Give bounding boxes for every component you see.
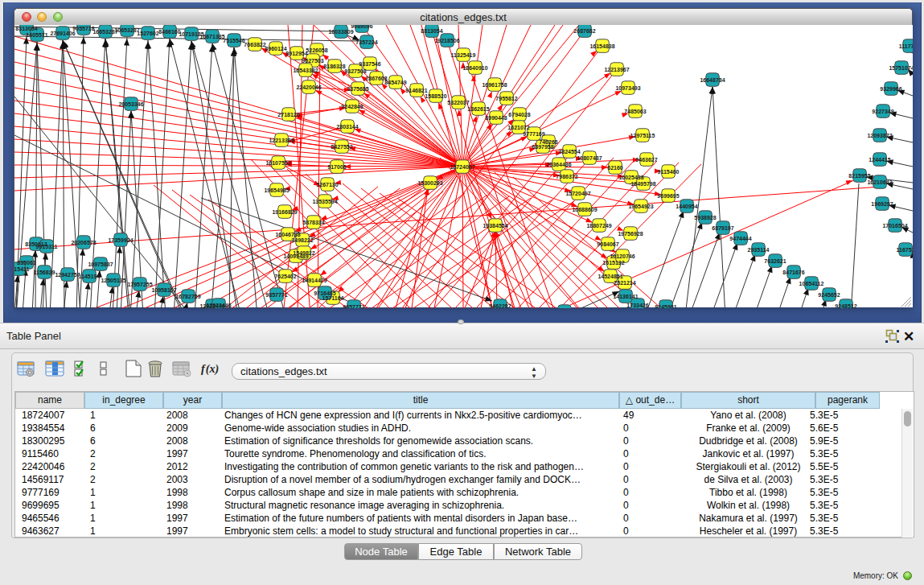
svg-text:18640910: 18640910: [462, 65, 487, 71]
svg-text:9716485: 9716485: [314, 290, 335, 296]
svg-text:2718126: 2718126: [277, 112, 299, 117]
svg-text:9242848: 9242848: [341, 104, 363, 109]
svg-text:1440954: 1440954: [676, 204, 697, 209]
svg-text:6794028: 6794028: [508, 112, 530, 117]
svg-text:8813054: 8813054: [421, 28, 442, 34]
svg-text:1571164: 1571164: [322, 295, 344, 301]
svg-text:19756928: 19756928: [618, 231, 643, 237]
svg-text:7986372: 7986372: [556, 174, 577, 179]
svg-text:9327508: 9327508: [344, 68, 366, 74]
svg-text:1621072: 1621072: [507, 125, 529, 130]
svg-text:7625402: 7625402: [274, 274, 296, 279]
svg-text:62160: 62160: [607, 165, 623, 171]
svg-text:8186328: 8186328: [323, 64, 345, 69]
svg-text:5878334: 5878334: [302, 220, 324, 225]
svg-text:9248512: 9248512: [835, 303, 856, 309]
svg-text:17016504: 17016504: [882, 223, 907, 229]
svg-text:1117744: 1117744: [899, 43, 913, 49]
svg-text:3375685: 3375685: [347, 86, 368, 92]
svg-text:16033809: 16033809: [328, 29, 353, 35]
svg-text:16210643: 16210643: [867, 179, 892, 185]
svg-text:7955812: 7955812: [495, 96, 517, 101]
svg-text:1969297: 1969297: [871, 201, 893, 207]
svg-text:10120746: 10120746: [610, 253, 634, 259]
svg-text:17957255: 17957255: [127, 282, 152, 287]
svg-text:1733426: 1733426: [626, 303, 648, 308]
svg-text:3824554: 3824554: [558, 149, 580, 154]
svg-text:22420046: 22420046: [296, 84, 321, 90]
svg-text:16648784: 16648784: [700, 77, 725, 83]
svg-text:1549822: 1549822: [293, 250, 314, 256]
svg-text:1156829: 1156829: [34, 270, 55, 275]
svg-text:16046788: 16046788: [275, 232, 300, 237]
svg-text:7515546: 7515546: [223, 38, 244, 43]
svg-text:9462287: 9462287: [489, 303, 511, 309]
svg-text:12975115: 12975115: [630, 133, 655, 138]
svg-text:8466160: 8466160: [158, 29, 180, 35]
svg-text:5267130: 5267130: [316, 182, 338, 187]
svg-text:10975887: 10975887: [88, 262, 113, 267]
svg-text:12093872: 12093872: [867, 133, 892, 138]
svg-text:1244415: 1244415: [869, 157, 890, 163]
svg-text:10958107: 10958107: [151, 287, 176, 293]
svg-text:917008: 917008: [327, 164, 346, 170]
svg-text:1588520: 1588520: [425, 93, 446, 99]
svg-text:8313054: 8313054: [15, 26, 37, 31]
svg-text:19218506: 19218506: [434, 38, 459, 43]
svg-text:15751074: 15751074: [889, 65, 913, 71]
svg-text:15720407: 15720407: [565, 191, 590, 196]
svg-text:3498222: 3498222: [291, 237, 313, 243]
svg-text:10973493: 10973493: [615, 85, 640, 91]
svg-text:7663822: 7663822: [244, 42, 265, 47]
svg-text:18807249: 18807249: [586, 223, 611, 229]
svg-text:9657771: 9657771: [343, 304, 364, 309]
svg-text:6879197: 6879197: [712, 225, 733, 231]
svg-text:9527503: 9527503: [302, 58, 323, 64]
svg-text:8912954: 8912954: [285, 51, 307, 56]
svg-text:9463627: 9463627: [635, 157, 657, 163]
svg-text:5322037: 5322037: [447, 100, 469, 105]
svg-text:19384554: 19384554: [483, 223, 507, 229]
svg-text:18724007: 18724007: [450, 164, 474, 170]
svg-text:14524851: 14524851: [598, 274, 622, 279]
svg-text:9084067: 9084067: [597, 241, 618, 247]
svg-text:7357224: 7357224: [355, 39, 377, 45]
svg-text:9146821: 9146821: [405, 88, 427, 93]
svg-text:2803144: 2803144: [336, 124, 358, 130]
svg-text:27691406: 27691406: [50, 31, 75, 36]
svg-text:2521214: 2521214: [614, 280, 635, 286]
svg-text:16543382: 16543382: [293, 68, 318, 73]
svg-text:12923446: 12923446: [206, 303, 231, 308]
svg-text:16154838: 16154838: [589, 43, 614, 49]
svg-text:1527602: 1527602: [137, 31, 158, 36]
svg-text:8990448: 8990448: [485, 115, 507, 121]
svg-text:6897958: 6897958: [532, 144, 553, 150]
svg-text:9329966: 9329966: [880, 86, 901, 92]
svg-text:9777169: 9777169: [523, 131, 544, 137]
svg-text:17359924: 17359924: [108, 237, 133, 243]
svg-text:8427552: 8427552: [331, 144, 352, 150]
svg-text:12213967: 12213967: [604, 67, 629, 72]
svg-text:10807487: 10807487: [577, 155, 602, 161]
svg-text:10025438: 10025438: [618, 175, 643, 180]
svg-text:9857771: 9857771: [265, 292, 287, 298]
svg-text:2687682: 2687682: [573, 28, 595, 34]
svg-text:9337546: 9337546: [359, 61, 380, 67]
svg-text:20206578: 20206578: [71, 240, 96, 245]
svg-text:16961758: 16961758: [482, 82, 507, 88]
svg-text:8471676: 8471676: [782, 270, 804, 275]
svg-text:20364436: 20364436: [546, 162, 571, 167]
svg-text:9474444: 9474444: [729, 236, 751, 241]
svg-text:10654112: 10654112: [799, 281, 824, 286]
svg-text:1405571: 1405571: [26, 32, 47, 38]
svg-text:20053346: 20053346: [118, 101, 143, 107]
svg-text:7632621: 7632621: [764, 258, 786, 264]
svg-text:9245981: 9245981: [655, 304, 676, 309]
svg-text:12942757: 12942757: [55, 272, 80, 278]
svg-text:1362615: 1362615: [467, 106, 489, 112]
svg-text:10653287: 10653287: [114, 27, 139, 33]
svg-text:f (x): f (x): [201, 363, 219, 376]
svg-text:16782759: 16782759: [175, 294, 200, 299]
svg-text:16107552: 16107552: [265, 160, 290, 166]
svg-text:9699695: 9699695: [657, 193, 679, 199]
